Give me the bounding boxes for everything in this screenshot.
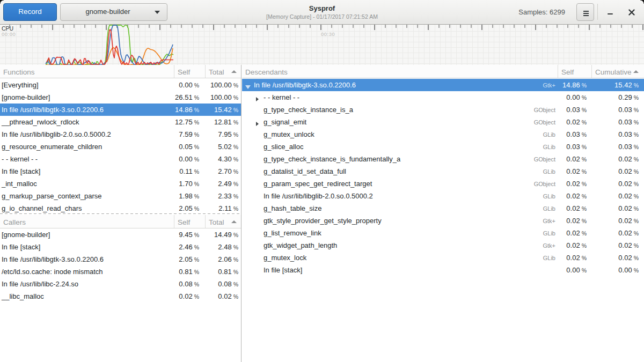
svg-text:00:00: 00:00 [2, 31, 16, 37]
svg-text:00:30: 00:30 [321, 31, 335, 37]
